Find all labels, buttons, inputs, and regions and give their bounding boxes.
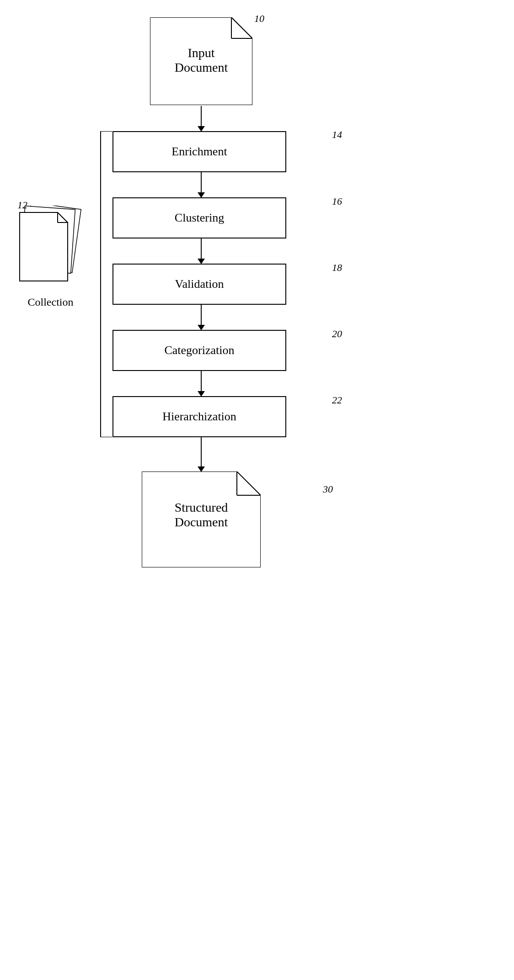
arrow-to-enrichment	[201, 106, 202, 131]
ref-16: 16	[332, 196, 342, 207]
ref-14: 14	[332, 129, 342, 141]
ref-20: 20	[332, 328, 342, 340]
clustering-box: Clustering	[112, 197, 286, 238]
diagram: 10 Input Document 14 Enrichment 16 Clust…	[0, 0, 514, 980]
ref-30: 30	[323, 483, 333, 495]
hierarchization-box: Hierarchization	[112, 396, 286, 437]
ref-10: 10	[254, 13, 264, 25]
arrow-to-structured	[201, 437, 202, 471]
enrichment-box: Enrichment	[112, 131, 286, 172]
arrow-to-validation	[201, 238, 202, 264]
arrow-to-categorization	[201, 305, 202, 330]
validation-box: Validation	[112, 264, 286, 305]
ref-12: 12	[17, 199, 27, 211]
ref-18: 18	[332, 262, 342, 274]
ref-22: 22	[332, 394, 342, 406]
collection-documents	[17, 206, 84, 292]
collection-label: Collection	[17, 296, 84, 308]
input-document-label: Input Document	[150, 46, 252, 75]
structured-document-label: Structured Document	[142, 500, 261, 530]
categorization-box: Categorization	[112, 330, 286, 371]
arrow-to-clustering	[201, 172, 202, 197]
arrow-to-hierarchization	[201, 371, 202, 396]
collection-bracket	[91, 131, 114, 437]
